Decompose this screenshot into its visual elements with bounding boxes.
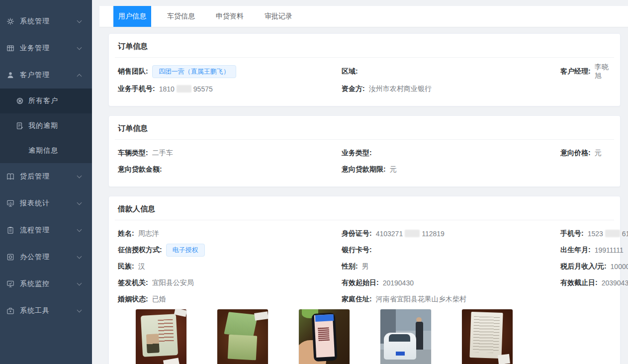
field-value: 1810 — [159, 85, 175, 93]
other-material-photo-thumbnail[interactable] — [462, 309, 513, 364]
field-valid-from: 有效起始日:20190430 — [339, 274, 557, 291]
sidebar-item-label: 系统管理 — [20, 17, 50, 26]
field-vehicle-type: 车辆类型:二手车 — [115, 145, 339, 161]
card-borrower-info: 借款人信息姓名:周志洋身份证号:4103271112819手机号:1523613… — [108, 196, 621, 364]
field-row: 签发机关:宜阳县公安局有效起始日:20190430有效截止日:20390430 — [115, 274, 614, 291]
sidebar-nav: 系统管理业务管理客户管理所有客户我的逾期逾期信息贷后管理报表统计流程管理办公管理… — [0, 0, 92, 324]
license-booklet-photo: 驾驶证照片 — [217, 309, 268, 364]
sidebar-item-process-management[interactable]: 流程管理 — [0, 217, 92, 244]
field-label: 出生年月: — [560, 246, 591, 255]
chevron-down-icon — [77, 281, 82, 286]
field-region: 区域: — [339, 63, 557, 81]
sidebar-item-overdue-info[interactable]: 逾期信息 — [0, 138, 92, 163]
tab-user-info[interactable]: 用户信息 — [113, 6, 151, 27]
sidebar-item-label: 系统监控 — [20, 279, 50, 288]
field-ethnicity: 民族:汉 — [115, 258, 339, 274]
field-gender: 性别:男 — [339, 258, 557, 274]
id-card-photo-thumbnail[interactable] — [136, 309, 186, 364]
redacted-blur — [605, 230, 620, 237]
field-row: 业务手机号:181095575资金方:汝州市农村商业银行 — [115, 81, 614, 97]
sidebar-item-label: 业务管理 — [20, 44, 50, 53]
sidebar-item-report-statistics[interactable]: 报表统计 — [0, 190, 92, 217]
field-business-phone: 业务手机号:181095575 — [115, 81, 339, 97]
credit-screenshot-photo: 征信截图 — [299, 309, 350, 364]
field-intended-price: 意向价格:元 — [557, 145, 614, 161]
square-circle-icon — [6, 253, 14, 262]
field-value: 10000 — [611, 263, 628, 271]
tab-loan-application-materials[interactable]: 申贷资料 — [211, 6, 249, 27]
field-label: 业务类型: — [342, 149, 372, 158]
field-label: 意向贷款金额: — [118, 165, 162, 174]
chevron-down-icon — [77, 200, 82, 205]
field-tag[interactable]: 四团一营（直属王鹏飞） — [152, 65, 236, 78]
field-label: 身份证号: — [342, 229, 372, 238]
field-value: 元 — [595, 149, 602, 158]
person-car-photo-thumbnail[interactable] — [380, 309, 431, 364]
field-business-type: 业务类型: — [339, 145, 557, 161]
chevron-down-icon — [77, 308, 82, 313]
field-label: 民族: — [118, 262, 134, 271]
license-booklet-photo-thumbnail[interactable] — [217, 309, 268, 364]
field-home-address: 家庭住址:河南省宜阳县花果山乡木柴村 — [339, 291, 557, 307]
sidebar-item-label: 系统工具 — [20, 306, 50, 315]
card-title: 订单信息 — [115, 41, 614, 58]
sidebar-item-label: 逾期信息 — [28, 146, 58, 155]
sidebar-item-system-tools[interactable]: 系统工具 — [0, 297, 92, 324]
chevron-down-icon — [77, 45, 82, 50]
sidebar-submenu-customer-management: 所有客户我的逾期逾期信息 — [0, 89, 92, 163]
sidebar: 系统管理业务管理客户管理所有客户我的逾期逾期信息贷后管理报表统计流程管理办公管理… — [0, 0, 92, 364]
field-value: 6137 — [622, 230, 628, 238]
redacted-blur — [405, 230, 420, 237]
wheel-icon — [16, 97, 24, 105]
field-label: 手机号: — [560, 229, 584, 238]
other-material-photo: 其他材料 — [462, 309, 513, 364]
sidebar-item-label: 贷后管理 — [20, 172, 50, 181]
field-label: 车辆类型: — [118, 149, 148, 158]
field-value: 河南省宜阳县花果山乡木柴村 — [376, 295, 466, 304]
book-icon — [6, 173, 14, 181]
sidebar-item-my-overdue[interactable]: 我的逾期 — [0, 113, 92, 138]
field-value: 宜阳县公安局 — [152, 278, 194, 287]
tab-car-loan-info[interactable]: 车贷信息 — [162, 6, 200, 27]
sidebar-item-business-management[interactable]: 业务管理 — [0, 35, 92, 62]
field-value: 1523 — [588, 230, 603, 238]
tab-approval-records[interactable]: 审批记录 — [260, 6, 297, 27]
field-intended-loan-amount: 意向贷款金额: — [115, 161, 339, 178]
redacted-blur — [177, 85, 191, 92]
card-title: 订单信息 — [115, 123, 614, 140]
person-car-photo: 人车合影 — [380, 309, 431, 364]
tab-bar: 用户信息车贷信息申贷资料审批记录 — [99, 6, 628, 27]
field-marital-status: 婚姻状态:已婚 — [115, 291, 339, 307]
sidebar-item-system-management[interactable]: 系统管理 — [0, 8, 92, 35]
field-label: 姓名: — [118, 229, 134, 238]
sidebar-item-all-customers[interactable]: 所有客户 — [0, 89, 92, 113]
sidebar-item-label: 我的逾期 — [28, 121, 58, 130]
field-label: 业务手机号: — [118, 85, 155, 93]
main-content: 用户信息车贷信息申贷资料审批记录 订单信息销售团队:四团一营（直属王鹏飞）区域:… — [92, 0, 628, 364]
clipboard-icon — [6, 226, 14, 235]
field-tag[interactable]: 电子授权 — [166, 244, 205, 257]
field-label: 意向贷款期限: — [342, 165, 386, 174]
field-value: 20190430 — [383, 279, 414, 287]
field-label: 签发机关: — [118, 278, 148, 287]
sidebar-item-post-loan-management[interactable]: 贷后管理 — [0, 163, 92, 190]
field-row: 民族:汉性别:男税后月收入/元:10000 — [115, 258, 614, 274]
field-value: 112819 — [422, 230, 445, 238]
credit-screenshot-photo-thumbnail[interactable] — [299, 309, 350, 364]
field-issuing-authority: 签发机关:宜阳县公安局 — [115, 274, 339, 291]
field-valid-to: 有效截止日:20390430 — [557, 274, 628, 291]
user-icon — [6, 71, 14, 80]
chevron-down-icon — [77, 174, 82, 179]
field-birth-date: 出生年月:19911111 — [557, 242, 624, 258]
field-value: 汝州市农村商业银行 — [369, 85, 432, 93]
grid-icon — [6, 44, 14, 53]
sidebar-item-customer-management[interactable]: 客户管理 — [0, 62, 92, 89]
sidebar-item-label: 报表统计 — [20, 199, 50, 208]
chevron-up-icon — [77, 74, 82, 79]
field-row: 车辆类型:二手车业务类型:意向价格:元 — [115, 145, 614, 161]
sidebar-item-system-monitoring[interactable]: 系统监控 — [0, 271, 92, 297]
sidebar-item-office-management[interactable]: 办公管理 — [0, 244, 92, 271]
field-label: 税后月收入/元: — [560, 262, 607, 271]
field-intended-loan-term: 意向贷款期限:元 — [339, 161, 557, 178]
field-value: 元 — [390, 165, 397, 174]
